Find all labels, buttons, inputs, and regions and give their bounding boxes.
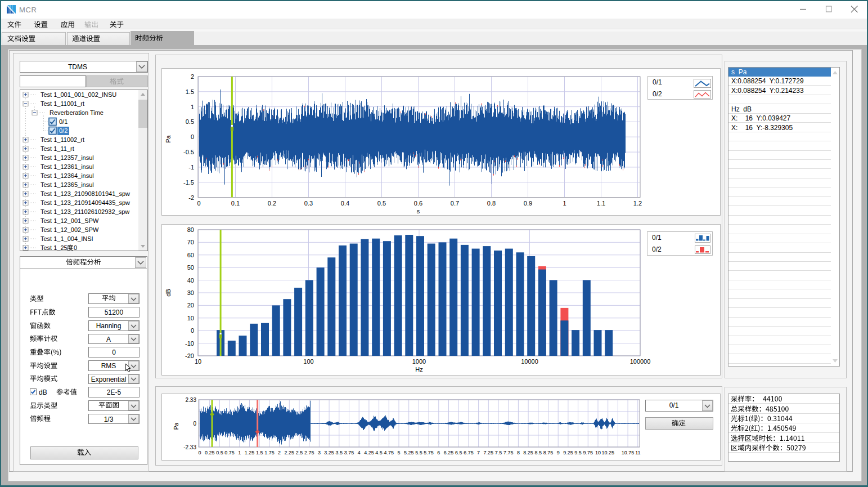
svg-text:-1: -1 bbox=[188, 164, 194, 171]
svg-text:8.5: 8.5 bbox=[535, 450, 542, 455]
svg-text:0.1: 0.1 bbox=[231, 200, 240, 207]
svg-text:8: 8 bbox=[517, 450, 520, 455]
svg-text:2.75: 2.75 bbox=[304, 450, 314, 455]
svg-text:0: 0 bbox=[191, 133, 194, 140]
svg-text:Hz: Hz bbox=[415, 366, 422, 373]
svg-text:1.5: 1.5 bbox=[256, 450, 263, 455]
svg-text:1.75: 1.75 bbox=[264, 450, 275, 455]
svg-text:5.25: 5.25 bbox=[404, 450, 414, 455]
svg-text:10: 10 bbox=[595, 450, 601, 455]
svg-text:6.25: 6.25 bbox=[444, 450, 454, 455]
svg-text:1.25: 1.25 bbox=[245, 450, 255, 455]
svg-text:100: 100 bbox=[303, 358, 313, 365]
svg-text:6.5: 6.5 bbox=[455, 450, 462, 455]
svg-text:7.5: 7.5 bbox=[495, 450, 502, 455]
svg-text:10.25: 10.25 bbox=[601, 450, 614, 455]
svg-text:50: 50 bbox=[187, 264, 194, 271]
svg-text:1: 1 bbox=[238, 450, 241, 455]
svg-text:0.5: 0.5 bbox=[186, 118, 194, 125]
svg-text:0.9: 0.9 bbox=[524, 200, 532, 207]
svg-text:10.75: 10.75 bbox=[622, 450, 635, 455]
svg-text:0: 0 bbox=[191, 327, 194, 334]
svg-text:2.33: 2.33 bbox=[186, 397, 197, 403]
svg-text:60: 60 bbox=[187, 252, 194, 258]
svg-text:10000: 10000 bbox=[521, 358, 538, 365]
svg-text:4.75: 4.75 bbox=[384, 450, 394, 455]
svg-text:-20: -20 bbox=[185, 352, 194, 359]
svg-text:80: 80 bbox=[187, 226, 194, 233]
svg-text:9: 9 bbox=[557, 450, 560, 455]
svg-text:9.75: 9.75 bbox=[583, 450, 593, 455]
svg-text:40: 40 bbox=[187, 277, 194, 284]
svg-text:4.5: 4.5 bbox=[375, 450, 383, 455]
svg-text:11: 11 bbox=[635, 450, 640, 455]
svg-text:9.25: 9.25 bbox=[563, 450, 573, 455]
svg-text:30: 30 bbox=[187, 289, 194, 296]
svg-text:4: 4 bbox=[358, 450, 361, 455]
svg-text:0.2: 0.2 bbox=[268, 200, 276, 207]
svg-text:1.2: 1.2 bbox=[633, 200, 642, 207]
svg-text:10: 10 bbox=[187, 315, 194, 321]
svg-text:5.75: 5.75 bbox=[424, 450, 434, 455]
svg-text:100000: 100000 bbox=[630, 358, 651, 365]
svg-text:6: 6 bbox=[437, 450, 440, 455]
svg-text:5: 5 bbox=[397, 450, 400, 455]
svg-text:dB: dB bbox=[165, 289, 172, 296]
svg-text:6.75: 6.75 bbox=[464, 450, 474, 455]
svg-text:3.25: 3.25 bbox=[324, 450, 334, 455]
svg-text:0.75: 0.75 bbox=[224, 450, 235, 455]
svg-text:3.5: 3.5 bbox=[336, 450, 343, 455]
svg-text:0: 0 bbox=[198, 450, 201, 455]
svg-text:1.1: 1.1 bbox=[597, 200, 605, 207]
svg-text:1: 1 bbox=[191, 104, 194, 110]
svg-text:0.5: 0.5 bbox=[216, 450, 223, 455]
svg-text:Pa: Pa bbox=[165, 135, 172, 142]
svg-text:2.25: 2.25 bbox=[285, 450, 295, 455]
svg-text:0.8: 0.8 bbox=[487, 200, 496, 207]
svg-text:0: 0 bbox=[197, 200, 200, 207]
svg-text:1.5: 1.5 bbox=[186, 88, 194, 95]
svg-text:7: 7 bbox=[477, 450, 480, 455]
svg-text:0.3: 0.3 bbox=[304, 200, 313, 207]
svg-text:3.75: 3.75 bbox=[344, 450, 354, 455]
svg-text:-2: -2 bbox=[188, 194, 194, 201]
svg-text:s: s bbox=[417, 208, 420, 215]
svg-text:-10: -10 bbox=[185, 340, 194, 347]
svg-text:7.75: 7.75 bbox=[503, 450, 514, 455]
svg-text:10: 10 bbox=[195, 358, 201, 365]
svg-text:-1.5: -1.5 bbox=[183, 179, 194, 186]
svg-text:-2.33: -2.33 bbox=[183, 444, 196, 450]
svg-text:2: 2 bbox=[278, 450, 281, 455]
svg-text:2.5: 2.5 bbox=[296, 450, 303, 455]
svg-text:0.25: 0.25 bbox=[205, 450, 215, 455]
svg-text:1000: 1000 bbox=[412, 358, 426, 365]
svg-text:8.25: 8.25 bbox=[523, 450, 533, 455]
svg-text:3: 3 bbox=[318, 450, 321, 455]
svg-text:20: 20 bbox=[187, 302, 194, 309]
svg-text:9.5: 9.5 bbox=[574, 450, 582, 455]
svg-text:8.75: 8.75 bbox=[543, 450, 554, 455]
svg-text:0: 0 bbox=[193, 421, 196, 427]
svg-text:4.25: 4.25 bbox=[364, 450, 374, 455]
svg-text:Pa: Pa bbox=[173, 422, 179, 430]
svg-text:5.5: 5.5 bbox=[415, 450, 422, 455]
svg-text:-0.5: -0.5 bbox=[183, 149, 194, 155]
svg-text:1: 1 bbox=[563, 200, 566, 207]
svg-text:0.5: 0.5 bbox=[377, 200, 386, 207]
svg-text:7.25: 7.25 bbox=[484, 450, 494, 455]
svg-text:2: 2 bbox=[191, 73, 194, 80]
svg-text:0.4: 0.4 bbox=[341, 200, 349, 207]
svg-text:70: 70 bbox=[187, 239, 194, 245]
svg-text:0.7: 0.7 bbox=[451, 200, 459, 207]
svg-text:0.6: 0.6 bbox=[414, 200, 422, 207]
